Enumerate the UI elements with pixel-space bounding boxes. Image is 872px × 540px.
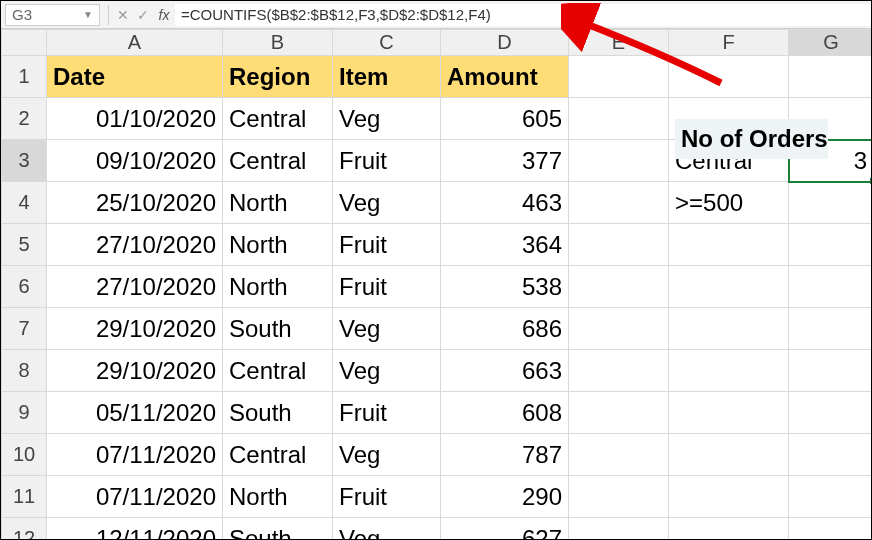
cell-A8[interactable]: 29/10/2020 — [47, 350, 223, 392]
cell-D10[interactable]: 787 — [441, 434, 569, 476]
cell-D11[interactable]: 290 — [441, 476, 569, 518]
cell-G1[interactable] — [789, 56, 873, 98]
cell-D8[interactable]: 663 — [441, 350, 569, 392]
cell-D5[interactable]: 364 — [441, 224, 569, 266]
cell-A3[interactable]: 09/10/2020 — [47, 140, 223, 182]
row-header-11[interactable]: 11 — [2, 476, 47, 518]
cell-E4[interactable] — [569, 182, 669, 224]
cell-D12[interactable]: 627 — [441, 518, 569, 541]
cell-C8[interactable]: Veg — [333, 350, 441, 392]
cell-F7[interactable] — [669, 308, 789, 350]
cell-C3[interactable]: Fruit — [333, 140, 441, 182]
cell-B2[interactable]: Central — [223, 98, 333, 140]
col-header-F[interactable]: F — [669, 30, 789, 56]
cell-G7[interactable] — [789, 308, 873, 350]
cell-E2[interactable] — [569, 98, 669, 140]
cell-B11[interactable]: North — [223, 476, 333, 518]
cell-D6[interactable]: 538 — [441, 266, 569, 308]
cell-B7[interactable]: South — [223, 308, 333, 350]
check-icon[interactable]: ✓ — [133, 7, 153, 23]
cell-A6[interactable]: 27/10/2020 — [47, 266, 223, 308]
cell-A7[interactable]: 29/10/2020 — [47, 308, 223, 350]
cell-G12[interactable] — [789, 518, 873, 541]
cell-F1[interactable] — [669, 56, 789, 98]
row-header-3[interactable]: 3 — [2, 140, 47, 182]
cell-G8[interactable] — [789, 350, 873, 392]
col-header-B[interactable]: B — [223, 30, 333, 56]
cell-F9[interactable] — [669, 392, 789, 434]
cell-D1[interactable]: Amount — [441, 56, 569, 98]
row-header-1[interactable]: 1 — [2, 56, 47, 98]
row-header-5[interactable]: 5 — [2, 224, 47, 266]
cell-C6[interactable]: Fruit — [333, 266, 441, 308]
cell-B9[interactable]: South — [223, 392, 333, 434]
cell-B12[interactable]: South — [223, 518, 333, 541]
cell-D9[interactable]: 608 — [441, 392, 569, 434]
cell-G5[interactable] — [789, 224, 873, 266]
fx-icon[interactable]: fx — [153, 7, 175, 23]
cell-E5[interactable] — [569, 224, 669, 266]
cell-A1[interactable]: Date — [47, 56, 223, 98]
row-header-12[interactable]: 12 — [2, 518, 47, 541]
cell-C5[interactable]: Fruit — [333, 224, 441, 266]
cancel-icon[interactable]: ✕ — [113, 7, 133, 23]
cell-G9[interactable] — [789, 392, 873, 434]
cell-E12[interactable] — [569, 518, 669, 541]
cell-F12[interactable] — [669, 518, 789, 541]
cell-C7[interactable]: Veg — [333, 308, 441, 350]
cell-B6[interactable]: North — [223, 266, 333, 308]
cell-E8[interactable] — [569, 350, 669, 392]
cell-A2[interactable]: 01/10/2020 — [47, 98, 223, 140]
row-header-8[interactable]: 8 — [2, 350, 47, 392]
cell-F6[interactable] — [669, 266, 789, 308]
cell-A9[interactable]: 05/11/2020 — [47, 392, 223, 434]
cell-C4[interactable]: Veg — [333, 182, 441, 224]
formula-input[interactable]: =COUNTIFS($B$2:$B$12,F3,$D$2:$D$12,F4) — [175, 4, 871, 26]
cell-A11[interactable]: 07/11/2020 — [47, 476, 223, 518]
cell-G4[interactable] — [789, 182, 873, 224]
cell-F4[interactable]: >=500 — [669, 182, 789, 224]
name-box[interactable]: G3 ▼ — [5, 4, 100, 26]
cell-C10[interactable]: Veg — [333, 434, 441, 476]
cell-D3[interactable]: 377 — [441, 140, 569, 182]
select-all-corner[interactable] — [2, 30, 47, 56]
row-header-9[interactable]: 9 — [2, 392, 47, 434]
cell-G6[interactable] — [789, 266, 873, 308]
cell-G11[interactable] — [789, 476, 873, 518]
cell-F11[interactable] — [669, 476, 789, 518]
cell-D2[interactable]: 605 — [441, 98, 569, 140]
cell-E9[interactable] — [569, 392, 669, 434]
cell-D4[interactable]: 463 — [441, 182, 569, 224]
cell-C9[interactable]: Fruit — [333, 392, 441, 434]
col-header-A[interactable]: A — [47, 30, 223, 56]
row-header-4[interactable]: 4 — [2, 182, 47, 224]
cell-F2[interactable]: No of Orders — [669, 98, 789, 140]
col-header-C[interactable]: C — [333, 30, 441, 56]
cell-B10[interactable]: Central — [223, 434, 333, 476]
cell-E1[interactable] — [569, 56, 669, 98]
cell-B1[interactable]: Region — [223, 56, 333, 98]
row-header-2[interactable]: 2 — [2, 98, 47, 140]
cell-F8[interactable] — [669, 350, 789, 392]
cell-E7[interactable] — [569, 308, 669, 350]
cell-E11[interactable] — [569, 476, 669, 518]
cell-A5[interactable]: 27/10/2020 — [47, 224, 223, 266]
cell-B5[interactable]: North — [223, 224, 333, 266]
row-header-7[interactable]: 7 — [2, 308, 47, 350]
cell-F5[interactable] — [669, 224, 789, 266]
cell-A4[interactable]: 25/10/2020 — [47, 182, 223, 224]
row-header-10[interactable]: 10 — [2, 434, 47, 476]
cell-E6[interactable] — [569, 266, 669, 308]
cell-G10[interactable] — [789, 434, 873, 476]
cell-F10[interactable] — [669, 434, 789, 476]
cell-C11[interactable]: Fruit — [333, 476, 441, 518]
col-header-E[interactable]: E — [569, 30, 669, 56]
spreadsheet-grid[interactable]: A B C D E F G 1 Date Region Item Amount … — [1, 29, 871, 540]
cell-B4[interactable]: North — [223, 182, 333, 224]
cell-C12[interactable]: Veg — [333, 518, 441, 541]
cell-C2[interactable]: Veg — [333, 98, 441, 140]
cell-E3[interactable] — [569, 140, 669, 182]
col-header-G[interactable]: G — [789, 30, 873, 56]
cell-C1[interactable]: Item — [333, 56, 441, 98]
cell-B8[interactable]: Central — [223, 350, 333, 392]
